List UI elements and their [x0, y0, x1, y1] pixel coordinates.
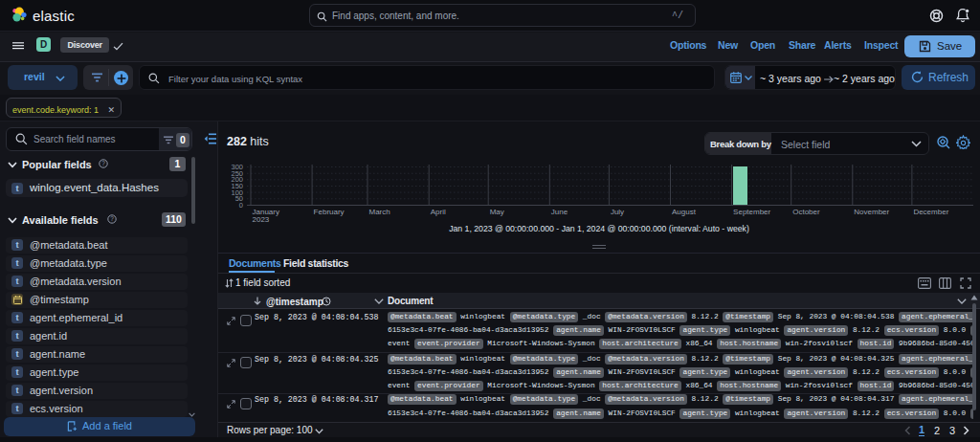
svg-text:?: ? [110, 215, 114, 222]
svg-text:April: April [431, 208, 446, 216]
svg-text:September: September [733, 208, 770, 216]
svg-text:2023: 2023 [253, 215, 270, 223]
svg-text:?: ? [101, 160, 105, 166]
svg-text:June: June [551, 208, 568, 216]
svg-text:October: October [792, 208, 820, 216]
svg-text:March: March [369, 208, 390, 216]
svg-text:December: December [913, 208, 948, 216]
svg-text:February: February [314, 208, 345, 216]
svg-text:May: May [490, 208, 504, 216]
svg-text:August: August [672, 208, 697, 216]
svg-text:July: July [611, 208, 624, 216]
svg-text:November: November [854, 208, 889, 216]
svg-text:0: 0 [239, 201, 243, 210]
